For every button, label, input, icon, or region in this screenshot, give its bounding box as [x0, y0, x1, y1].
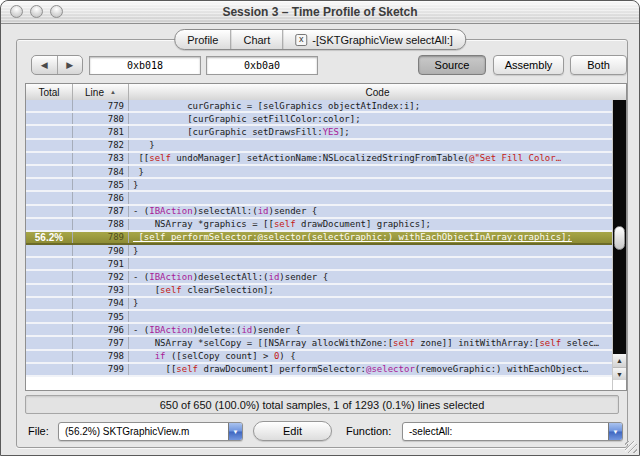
line-number-cell: 783 — [73, 153, 129, 164]
code-row[interactable]: 793 [self clearSelection]; — [26, 285, 612, 298]
code-row[interactable]: 782 } — [26, 140, 612, 153]
column-header-code[interactable]: Code — [129, 84, 626, 100]
line-number-cell: 781 — [73, 126, 129, 137]
line-number-cell: 794 — [73, 298, 129, 309]
total-percent-cell — [26, 337, 73, 348]
scroll-up-button[interactable]: ▲ — [613, 354, 626, 367]
both-view-button[interactable]: Both — [570, 55, 627, 75]
source-view-button[interactable]: Source — [418, 55, 486, 75]
window-title: Session 3 – Time Profile of Sketch — [222, 5, 417, 19]
line-number-cell: 791 — [73, 258, 129, 269]
line-number-cell: 782 — [73, 140, 129, 151]
history-nav-group: ◀ ▶ — [31, 55, 83, 75]
file-popup[interactable]: (56.2%) SKTGraphicView.m ▼ — [58, 422, 243, 441]
line-number-cell: 795 — [73, 311, 129, 322]
code-row[interactable]: 788 NSArray *graphics = [[self drawDocum… — [26, 219, 612, 232]
line-header-label: Line — [85, 87, 104, 98]
tab-close-icon[interactable]: x — [295, 34, 307, 46]
total-percent-cell: 56.2% — [26, 232, 73, 243]
total-percent-cell — [26, 126, 73, 137]
address-end-field[interactable] — [206, 56, 318, 75]
line-number-cell: 784 — [73, 166, 129, 177]
tab-bar: Profile Chart x -[SKTGraphicView selectA… — [174, 29, 466, 50]
code-row[interactable]: 791 — [26, 258, 612, 271]
line-number-cell: 789 — [73, 232, 129, 243]
popup-arrow-icon: ▼ — [608, 423, 622, 440]
line-number-cell: 796 — [73, 324, 129, 335]
line-number-cell: 786 — [73, 192, 129, 203]
forward-button[interactable]: ▶ — [58, 56, 83, 74]
assembly-view-label: Assembly — [505, 59, 553, 71]
back-button[interactable]: ◀ — [32, 56, 58, 74]
minimize-window-button[interactable] — [30, 5, 43, 18]
edit-button[interactable]: Edit — [253, 421, 332, 441]
code-row-selected[interactable]: 56.2%789 [self performSelector:@selector… — [26, 232, 612, 245]
code-cell: [curGraphic setDrawsFill:YES]; — [129, 126, 612, 137]
code-cell: - (IBAction)deselectAll:(id)sender { — [129, 271, 612, 282]
total-percent-cell — [26, 271, 73, 282]
code-row[interactable]: 783 [[self undoManager] setActionName:NS… — [26, 153, 612, 166]
code-cell — [129, 258, 612, 269]
total-header-label: Total — [38, 87, 59, 98]
title-bar[interactable]: Session 3 – Time Profile of Sketch — [1, 1, 639, 24]
code-row[interactable]: 794} — [26, 298, 612, 311]
line-number-cell: 793 — [73, 285, 129, 296]
code-cell: } — [129, 140, 612, 151]
code-cell: [[self undoManager] setActionName:NSLoca… — [129, 153, 612, 164]
total-percent-cell — [26, 351, 73, 362]
table-header: Total Line ▲ Code — [26, 84, 626, 101]
window-controls — [10, 5, 63, 18]
code-row[interactable]: 799 [[self drawDocument] performSelector… — [26, 364, 612, 377]
code-cell: [self performSelector:@selector(selectGr… — [129, 232, 612, 243]
status-bar: 650 of 650 (100.0%) total samples, 1 of … — [25, 395, 619, 414]
total-percent-cell — [26, 258, 73, 269]
scrollbar-thumb[interactable] — [614, 226, 625, 250]
code-row[interactable]: 797 NSArray *selCopy = [[NSArray allocWi… — [26, 337, 612, 350]
total-percent-cell — [26, 192, 73, 203]
code-row[interactable]: 795 — [26, 311, 612, 324]
code-cell: } — [129, 179, 612, 190]
code-row[interactable]: 780 [curGraphic setFillColor:color]; — [26, 113, 612, 126]
total-percent-cell — [26, 206, 73, 217]
code-cell: if ([selCopy count] > 0) { — [129, 351, 612, 362]
scrollbar-track[interactable] — [613, 100, 626, 354]
file-popup-value: (56.2%) SKTGraphicView.m — [59, 426, 228, 437]
resize-grip[interactable] — [625, 441, 637, 453]
function-label: Function: — [346, 425, 391, 437]
code-row[interactable]: 784 } — [26, 166, 612, 179]
code-row[interactable]: 796- (IBAction)delete:(id)sender { — [26, 324, 612, 337]
line-number-cell: 785 — [73, 179, 129, 190]
code-row[interactable]: 785} — [26, 179, 612, 192]
zoom-window-button[interactable] — [50, 5, 63, 18]
code-row[interactable]: 787- (IBAction)selectAll:(id)sender { — [26, 206, 612, 219]
code-cell: NSArray *graphics = [[self drawDocument]… — [129, 219, 612, 230]
code-row[interactable]: 790} — [26, 245, 612, 258]
tab-profile[interactable]: Profile — [175, 30, 231, 49]
code-row[interactable]: 798 if ([selCopy count] > 0) { — [26, 351, 612, 364]
status-text: 650 of 650 (100.0%) total samples, 1 of … — [160, 399, 485, 411]
line-number-cell: 799 — [73, 364, 129, 375]
back-arrow-icon: ◀ — [41, 60, 48, 70]
assembly-view-button[interactable]: Assembly — [493, 55, 564, 75]
function-popup-value: -selectAll: — [403, 426, 608, 437]
total-percent-cell — [26, 298, 73, 309]
address-start-field[interactable] — [89, 56, 201, 75]
code-header-label: Code — [366, 87, 390, 98]
tab-code-browser[interactable]: x -[SKTGraphicView selectAll:] — [283, 30, 464, 49]
code-cell: - (IBAction)delete:(id)sender { — [129, 324, 612, 335]
tab-chart[interactable]: Chart — [231, 30, 283, 49]
column-header-total[interactable]: Total — [26, 84, 73, 100]
column-header-line[interactable]: Line ▲ — [73, 84, 129, 100]
app-window: Session 3 – Time Profile of Sketch Profi… — [0, 0, 640, 456]
function-popup[interactable]: -selectAll: ▼ — [402, 422, 623, 441]
code-row[interactable]: 792- (IBAction)deselectAll:(id)sender { — [26, 271, 612, 284]
line-number-cell: 798 — [73, 351, 129, 362]
scroll-down-button[interactable]: ▼ — [613, 367, 626, 380]
close-window-button[interactable] — [10, 5, 23, 18]
code-row[interactable]: 779 curGraphic = [selGraphics objectAtIn… — [26, 100, 612, 113]
code-cell: [self clearSelection]; — [129, 285, 612, 296]
vertical-scrollbar[interactable]: ▲ ▼ — [612, 100, 626, 390]
code-row[interactable]: 781 [curGraphic setDrawsFill:YES]; — [26, 126, 612, 139]
code-row[interactable]: 786 — [26, 192, 612, 205]
code-cell: } — [129, 245, 612, 256]
